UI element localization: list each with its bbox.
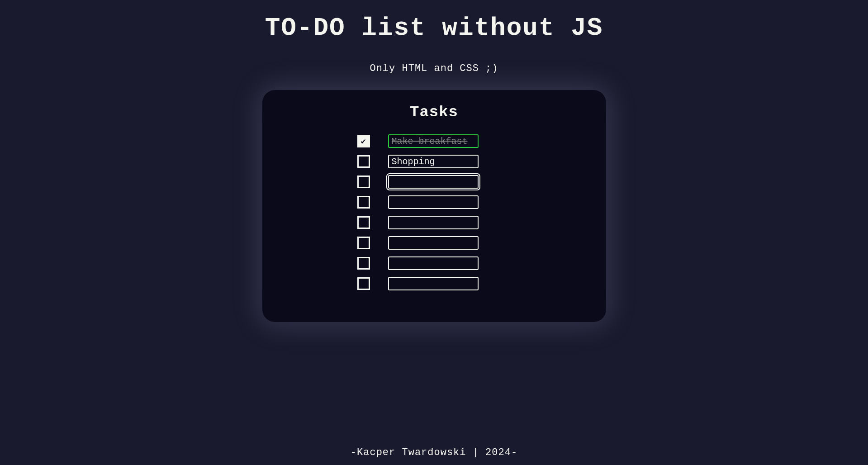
task-checkbox[interactable] xyxy=(357,237,370,249)
subtitle: Only HTML and CSS ;) xyxy=(370,63,498,74)
task-checkbox[interactable] xyxy=(357,196,370,209)
tasks-card: Tasks xyxy=(262,90,606,322)
task-checkbox[interactable] xyxy=(357,155,370,168)
task-row xyxy=(289,134,579,148)
task-list xyxy=(289,134,579,290)
tasks-heading: Tasks xyxy=(289,104,579,121)
task-input[interactable] xyxy=(388,216,479,229)
task-checkbox[interactable] xyxy=(357,216,370,229)
task-checkbox[interactable] xyxy=(357,176,370,188)
task-row xyxy=(289,256,579,270)
task-row xyxy=(289,175,579,189)
task-row xyxy=(289,236,579,250)
task-checkbox[interactable] xyxy=(357,257,370,270)
task-input[interactable] xyxy=(388,134,479,148)
task-input[interactable] xyxy=(388,155,479,168)
task-input[interactable] xyxy=(388,277,479,290)
task-input[interactable] xyxy=(388,195,479,209)
task-row xyxy=(289,195,579,209)
task-row xyxy=(289,277,579,290)
task-row xyxy=(289,216,579,229)
task-checkbox[interactable] xyxy=(357,277,370,290)
task-input[interactable] xyxy=(388,236,479,250)
task-row xyxy=(289,155,579,168)
footer-text: -Kacper Twardowski | 2024- xyxy=(351,447,517,458)
task-checkbox[interactable] xyxy=(357,135,370,147)
task-input[interactable] xyxy=(388,256,479,270)
task-input[interactable] xyxy=(388,175,479,189)
page-title: TO-DO list without JS xyxy=(265,14,603,43)
